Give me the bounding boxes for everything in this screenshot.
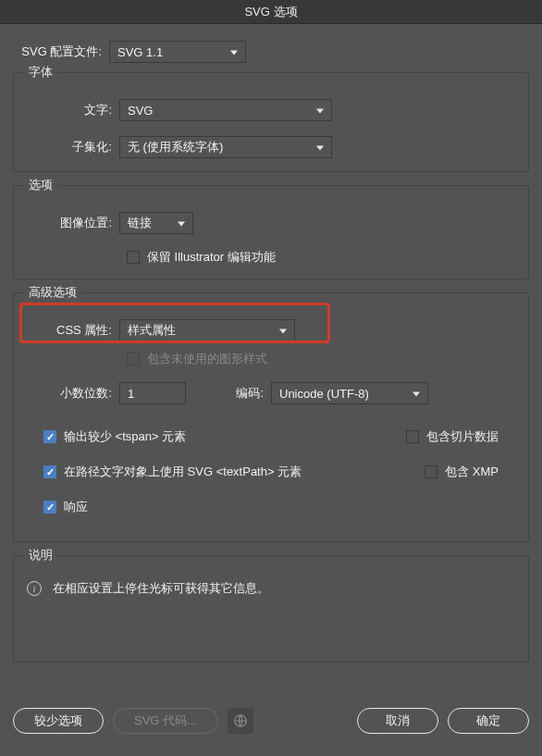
xmp-checkbox[interactable] [425, 465, 437, 478]
dialog-title: SVG 选项 [0, 0, 542, 24]
profile-select-value: SVG 1.1 [117, 45, 163, 59]
profile-select[interactable]: SVG 1.1 [109, 41, 246, 63]
image-loc-select[interactable]: 链接 [119, 212, 193, 234]
image-loc-label: 图像位置: [27, 215, 119, 231]
advanced-group: 高级选项 CSS 属性: 样式属性 包含未使用的图形样式 小数位数: 编码: U… [13, 292, 529, 542]
tspan-checkbox[interactable] [43, 430, 56, 443]
subset-label: 子集化: [27, 139, 119, 155]
footer: 较少选项 SVG 代码... 取消 确定 [13, 708, 529, 734]
globe-icon [228, 708, 253, 734]
slice-checkbox[interactable] [406, 430, 419, 443]
text-select[interactable]: SVG [119, 99, 332, 121]
desc-legend: 说明 [23, 547, 58, 564]
responsive-checkbox[interactable] [43, 501, 56, 514]
advanced-legend: 高级选项 [23, 284, 82, 301]
info-icon: i [27, 581, 42, 596]
info-text: 在相应设置上停住光标可获得其它信息。 [53, 580, 269, 597]
font-group: 字体 文字: SVG 子集化: 无 (使用系统字体) [13, 72, 529, 172]
profile-label: SVG 配置文件: [13, 43, 109, 60]
svg-code-button: SVG 代码... [113, 708, 218, 734]
responsive-label: 响应 [64, 499, 88, 515]
desc-group: 说明 i 在相应设置上停住光标可获得其它信息。 [13, 555, 529, 663]
options-legend: 选项 [23, 177, 58, 193]
text-select-value: SVG [128, 104, 153, 118]
image-loc-value: 链接 [128, 215, 152, 231]
encoding-value: Unicode (UTF-8) [279, 387, 369, 401]
subset-select-value: 无 (使用系统字体) [128, 139, 223, 155]
less-options-button[interactable]: 较少选项 [13, 708, 104, 734]
subset-select[interactable]: 无 (使用系统字体) [119, 136, 332, 158]
preserve-edit-label: 保留 Illustrator 编辑功能 [147, 249, 276, 266]
decimals-input[interactable] [119, 382, 186, 404]
cancel-button[interactable]: 取消 [357, 708, 438, 734]
options-group: 选项 图像位置: 链接 保留 Illustrator 编辑功能 [13, 185, 529, 279]
tspan-label: 输出较少 <tspan> 元素 [64, 428, 186, 445]
decimals-label: 小数位数: [27, 385, 119, 402]
css-select-value: 样式属性 [128, 322, 176, 339]
css-select[interactable]: 样式属性 [119, 319, 295, 341]
text-label: 文字: [27, 102, 119, 118]
slice-label: 包含切片数据 [426, 428, 499, 445]
encoding-label: 编码: [214, 385, 271, 402]
xmp-label: 包含 XMP [445, 464, 499, 480]
css-label: CSS 属性: [27, 322, 119, 339]
font-legend: 字体 [23, 64, 58, 81]
textpath-label: 在路径文字对象上使用 SVG <textPath> 元素 [64, 464, 302, 480]
include-unused-label: 包含未使用的图形样式 [147, 351, 267, 367]
preserve-edit-checkbox[interactable] [127, 251, 140, 264]
include-unused-checkbox [127, 353, 140, 366]
textpath-checkbox[interactable] [43, 465, 56, 478]
encoding-select[interactable]: Unicode (UTF-8) [271, 382, 428, 404]
ok-button[interactable]: 确定 [448, 708, 529, 734]
